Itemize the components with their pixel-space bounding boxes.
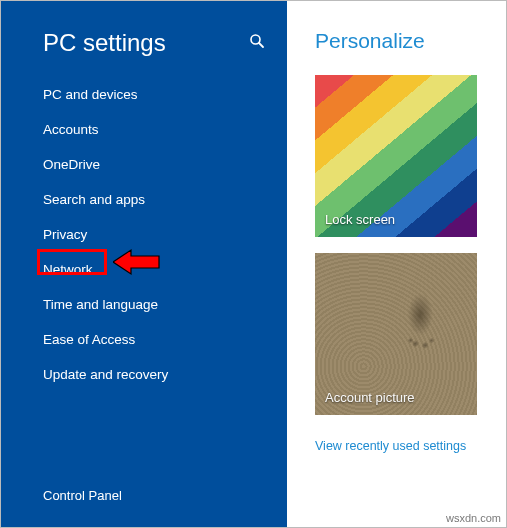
watermark-text: wsxdn.com [446,512,501,524]
content-pane: Personalize Lock screen Account picture … [287,1,506,527]
sidebar-item-label: Search and apps [43,192,145,207]
sidebar-item-search-and-apps[interactable]: Search and apps [43,182,287,217]
content-title: Personalize [315,29,488,53]
tile-account-picture[interactable]: Account picture [315,253,477,415]
sidebar-footer-label: Control Panel [43,488,122,503]
sidebar-item-label: Network [43,262,93,277]
sidebar-item-network[interactable]: Network [43,252,287,287]
personalize-tiles: Lock screen Account picture [315,75,488,415]
sidebar-item-update-and-recovery[interactable]: Update and recovery [43,357,287,392]
sidebar-item-label: Time and language [43,297,158,312]
sidebar-item-label: Ease of Access [43,332,135,347]
view-recently-used-link[interactable]: View recently used settings [315,439,488,453]
sidebar-list: PC and devices Accounts OneDrive Search … [1,77,287,392]
recent-link-label: View recently used settings [315,439,466,453]
svg-line-1 [259,43,263,47]
tile-lock-screen[interactable]: Lock screen [315,75,477,237]
tile-caption: Account picture [325,390,415,405]
sidebar-item-privacy[interactable]: Privacy [43,217,287,252]
sidebar-item-accounts[interactable]: Accounts [43,112,287,147]
sidebar-item-label: Privacy [43,227,87,242]
sidebar-item-pc-and-devices[interactable]: PC and devices [43,77,287,112]
sidebar: PC settings PC and devices Accounts OneD… [1,1,287,527]
sidebar-item-label: PC and devices [43,87,138,102]
sidebar-item-label: Update and recovery [43,367,168,382]
pc-settings-window: PC settings PC and devices Accounts OneD… [0,0,507,528]
sidebar-header: PC settings [1,1,287,77]
tile-caption: Lock screen [325,212,395,227]
sidebar-item-onedrive[interactable]: OneDrive [43,147,287,182]
sidebar-item-label: OneDrive [43,157,100,172]
page-title: PC settings [43,29,166,57]
control-panel-link[interactable]: Control Panel [1,488,287,527]
sidebar-item-time-and-language[interactable]: Time and language [43,287,287,322]
search-icon[interactable] [249,33,265,53]
sidebar-item-ease-of-access[interactable]: Ease of Access [43,322,287,357]
sidebar-item-label: Accounts [43,122,99,137]
